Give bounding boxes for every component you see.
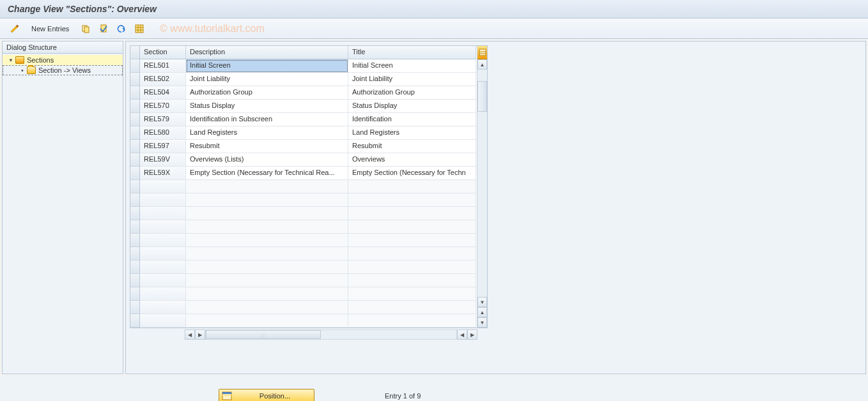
cell-description[interactable] <box>186 301 348 314</box>
cell-section[interactable]: REL579 <box>140 113 186 126</box>
cell-title[interactable]: Authorization Group <box>348 86 476 100</box>
table-row[interactable]: REL580 Land Registers Land Registers <box>140 126 477 140</box>
row-selector[interactable] <box>130 86 139 100</box>
table-row-empty[interactable] <box>140 247 477 261</box>
position-button[interactable]: Position... <box>219 389 314 401</box>
cell-section[interactable] <box>140 274 186 287</box>
cell-section[interactable] <box>140 301 186 314</box>
cell-title[interactable]: Joint Liability <box>348 73 476 86</box>
row-selector[interactable] <box>130 234 139 247</box>
select-all-button[interactable] <box>132 22 146 36</box>
cell-section[interactable]: REL59V <box>140 153 186 167</box>
row-selector[interactable] <box>130 247 139 261</box>
cell-section[interactable] <box>140 261 186 274</box>
copy-button[interactable] <box>79 22 93 36</box>
new-entries-button[interactable]: New Entries <box>26 22 75 35</box>
cell-description[interactable]: Joint Liability <box>186 73 348 86</box>
vscroll-thumb[interactable] <box>477 81 487 112</box>
cell-title[interactable] <box>348 180 476 193</box>
cell-description[interactable]: Identification in Subscreen <box>186 113 348 126</box>
table-settings-button[interactable] <box>477 46 487 59</box>
cell-section[interactable] <box>140 220 186 234</box>
cell-title[interactable] <box>348 261 476 274</box>
cell-description[interactable]: Overviews (Lists) <box>186 153 348 167</box>
cell-description[interactable] <box>186 287 348 301</box>
cell-description[interactable]: Status Display <box>186 100 348 113</box>
cell-section[interactable] <box>140 247 186 261</box>
cell-title[interactable]: Status Display <box>348 100 476 113</box>
cell-description[interactable]: Resubmit <box>186 140 348 153</box>
table-row-empty[interactable] <box>140 287 477 301</box>
tree-item-section-views[interactable]: • Section -> Views <box>3 65 123 75</box>
row-selector[interactable] <box>130 274 139 287</box>
table-row[interactable]: REL59V Overviews (Lists) Overviews <box>140 153 477 167</box>
cell-title[interactable] <box>348 193 476 207</box>
cell-section[interactable]: REL504 <box>140 86 186 100</box>
cell-section[interactable]: REL580 <box>140 126 186 140</box>
row-selector[interactable] <box>130 301 139 314</box>
toggle-change-button[interactable] <box>8 22 22 36</box>
table-row-empty[interactable] <box>140 261 477 274</box>
cell-title[interactable]: Resubmit <box>348 140 476 153</box>
cell-title[interactable] <box>348 234 476 247</box>
cell-description[interactable]: Empty Section (Necessary for Technical R… <box>186 167 348 180</box>
row-selector[interactable] <box>130 180 139 193</box>
cell-description[interactable] <box>186 220 348 234</box>
cell-title[interactable] <box>348 207 476 220</box>
cell-description[interactable] <box>186 314 348 328</box>
table-row[interactable]: REL502 Joint Liability Joint Liability <box>140 73 477 86</box>
tree-collapse-icon[interactable]: ▼ <box>8 57 14 63</box>
cell-title[interactable] <box>348 220 476 234</box>
row-selector[interactable] <box>130 126 139 140</box>
row-selector[interactable] <box>130 100 139 113</box>
table-row-empty[interactable] <box>140 207 477 220</box>
row-selector[interactable] <box>130 59 139 73</box>
table-row[interactable]: REL504 Authorization Group Authorization… <box>140 86 477 100</box>
scroll-down-button[interactable]: ▼ <box>477 297 487 307</box>
vscroll-track[interactable] <box>477 70 487 297</box>
cell-section[interactable]: REL59X <box>140 167 186 180</box>
row-selector[interactable] <box>130 220 139 234</box>
table-row-empty[interactable] <box>140 301 477 314</box>
table-row[interactable]: REL501 Initial Screen Initial Screen <box>140 59 477 73</box>
delete-button[interactable] <box>97 22 111 36</box>
table-row-empty[interactable] <box>140 220 477 234</box>
column-header-description[interactable]: Description <box>186 46 348 59</box>
cell-title[interactable]: Empty Section (Necessary for Techn <box>348 167 476 180</box>
cell-section[interactable]: REL570 <box>140 100 186 113</box>
row-selector[interactable] <box>130 287 139 301</box>
hscroll-track[interactable] <box>205 329 457 340</box>
table-row[interactable]: REL597 Resubmit Resubmit <box>140 140 477 153</box>
cell-section[interactable] <box>140 207 186 220</box>
cell-title[interactable]: Overviews <box>348 153 476 167</box>
cell-section[interactable]: REL597 <box>140 140 186 153</box>
table-row[interactable]: REL570 Status Display Status Display <box>140 100 477 113</box>
cell-title[interactable] <box>348 314 476 328</box>
hscroll-thumb[interactable] <box>206 330 321 339</box>
row-selector[interactable] <box>130 73 139 86</box>
hscroll-right-alt-button[interactable]: ▶ <box>467 329 477 340</box>
cell-section[interactable] <box>140 287 186 301</box>
scroll-up-button[interactable]: ▲ <box>477 59 487 70</box>
undo-button[interactable] <box>114 22 128 36</box>
column-header-section[interactable]: Section <box>140 46 186 59</box>
cell-description[interactable] <box>186 207 348 220</box>
row-selector[interactable] <box>130 167 139 180</box>
table-row[interactable]: REL59X Empty Section (Necessary for Tech… <box>140 167 477 180</box>
row-selector[interactable] <box>130 207 139 220</box>
cell-description[interactable]: Land Registers <box>186 126 348 140</box>
row-selector[interactable] <box>130 314 139 328</box>
cell-title[interactable] <box>348 287 476 301</box>
cell-title[interactable]: Initial Screen <box>348 59 476 73</box>
table-corner[interactable] <box>130 46 139 59</box>
row-selector[interactable] <box>130 140 139 153</box>
cell-section[interactable] <box>140 180 186 193</box>
cell-description[interactable] <box>186 234 348 247</box>
cell-section[interactable] <box>140 314 186 328</box>
row-selector[interactable] <box>130 193 139 207</box>
hscroll-left-alt-button[interactable]: ◀ <box>457 329 467 340</box>
cell-description[interactable] <box>186 193 348 207</box>
cell-description[interactable] <box>186 261 348 274</box>
cell-title[interactable] <box>348 247 476 261</box>
table-row[interactable]: REL579 Identification in Subscreen Ident… <box>140 113 477 126</box>
